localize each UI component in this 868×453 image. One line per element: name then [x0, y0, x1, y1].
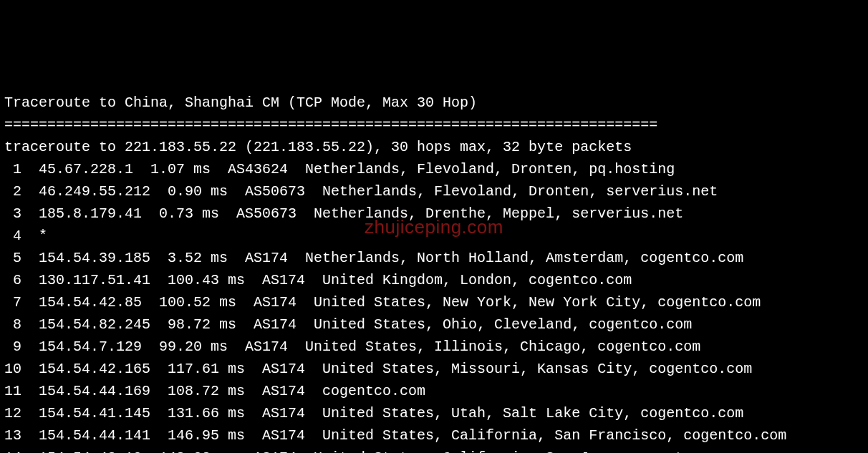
traceroute-info: traceroute to 221.183.55.22 (221.183.55.…	[4, 136, 864, 158]
hop-row: 10 154.54.42.165 117.61 ms AS174 United …	[4, 358, 864, 380]
hop-row: 8 154.54.82.245 98.72 ms AS174 United St…	[4, 313, 864, 336]
hop-row: 1 45.67.228.1 1.07 ms AS43624 Netherland…	[4, 158, 864, 180]
hop-row: 6 130.117.51.41 100.43 ms AS174 United K…	[4, 269, 864, 291]
hop-row: 11 154.54.44.169 108.72 ms AS174 cogentc…	[4, 380, 864, 402]
hop-row: 14 154.54.43.10 148.08 ms AS174 United S…	[4, 447, 864, 453]
hop-row: 12 154.54.41.145 131.66 ms AS174 United …	[4, 402, 864, 424]
hop-row: 2 46.249.55.212 0.90 ms AS50673 Netherla…	[4, 180, 864, 203]
hops-list: 1 45.67.228.1 1.07 ms AS43624 Netherland…	[4, 158, 864, 453]
hop-row: 5 154.54.39.185 3.52 ms AS174 Netherland…	[4, 247, 864, 269]
hop-row: 13 154.54.44.141 146.95 ms AS174 United …	[4, 424, 864, 447]
hop-row: 7 154.54.42.85 100.52 ms AS174 United St…	[4, 291, 864, 313]
hop-row: 9 154.54.7.129 99.20 ms AS174 United Sta…	[4, 336, 864, 358]
divider-line: ========================================…	[4, 114, 864, 136]
traceroute-title: Traceroute to China, Shanghai CM (TCP Mo…	[4, 92, 864, 114]
hop-row: 4 *	[4, 225, 864, 247]
hop-row: 3 185.8.179.41 0.73 ms AS50673 Netherlan…	[4, 203, 864, 225]
